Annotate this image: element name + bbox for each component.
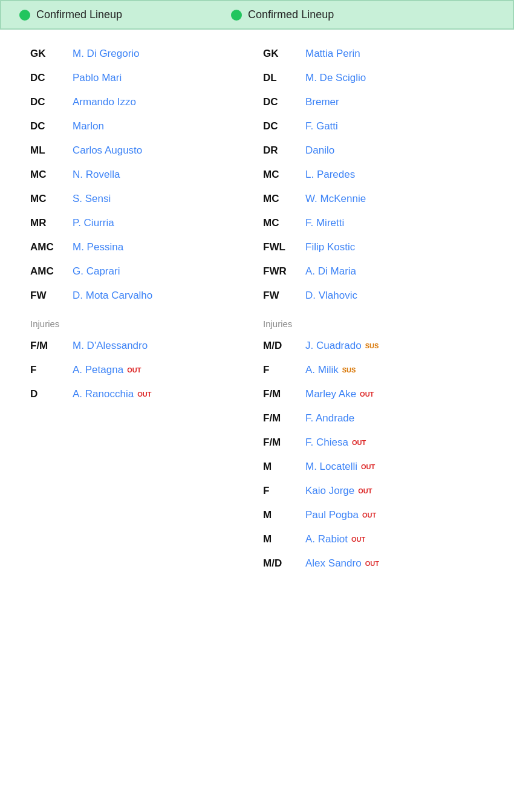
injury-player-name[interactable]: Paul Pogba [305,509,359,521]
player-position: DC [263,96,305,108]
player-name[interactable]: G. Caprari [73,265,120,278]
injury-position: F [30,364,73,376]
status-badge: out [137,391,151,398]
player-row: DCArmando Izzo [30,90,263,114]
player-position: FW [263,290,305,302]
injury-row: FKaio Jorgeout [263,479,496,503]
injury-position: M/D [263,557,305,570]
player-name[interactable]: Bremer [305,96,339,108]
player-name[interactable]: W. McKennie [305,193,366,205]
player-name[interactable]: Pablo Mari [73,72,122,84]
injury-row: DA. Ranocchiaout [30,382,263,406]
injury-position: F/M [263,412,305,424]
player-row: FWLFilip Kostic [263,235,496,259]
player-name[interactable]: L. Paredes [305,169,355,181]
player-position: DR [263,145,305,157]
injury-row: F/MM. D'Alessandro [30,334,263,358]
injury-player-name[interactable]: A. Petagna [73,364,123,376]
player-name[interactable]: P. Ciurria [73,217,114,229]
player-name[interactable]: D. Vlahovic [305,290,357,302]
player-row: DCPablo Mari [30,66,263,90]
player-position: FW [30,290,73,302]
team1-confirmed-lineup: Confirmed Lineup [19,8,122,21]
player-position: MC [263,217,305,229]
status-badge: out [361,463,375,470]
player-name[interactable]: A. Di Maria [305,265,356,278]
team2-status-dot [231,10,242,21]
injury-position: F [263,364,305,376]
player-position: DC [30,120,73,132]
status-badge: out [127,366,141,374]
player-name[interactable]: M. Di Gregorio [73,48,140,60]
injury-player-name[interactable]: A. Rabiot [305,533,348,545]
player-row: DCMarlon [30,114,263,138]
status-badge: out [362,512,376,519]
injury-player-name[interactable]: A. Milik [305,364,339,376]
player-row: MCS. Sensi [30,187,263,211]
player-name[interactable]: F. Gatti [305,120,338,132]
injury-row: FA. Miliksus [263,358,496,382]
player-position: MC [263,169,305,181]
player-row: DLM. De Sciglio [263,66,496,90]
player-row: AMCM. Pessina [30,235,263,259]
injury-row: M/DAlex Sandroout [263,551,496,576]
injury-player-name[interactable]: F. Chiesa [305,437,348,449]
player-position: AMC [30,265,73,278]
player-name[interactable]: Marlon [73,120,104,132]
player-row: MCW. McKennie [263,187,496,211]
injury-player-name[interactable]: F. Andrade [305,412,354,424]
player-position: DC [30,72,73,84]
player-position: DC [30,96,73,108]
player-row: MCN. Rovella [30,163,263,187]
player-row: DRDanilo [263,138,496,163]
status-badge: out [360,391,374,398]
player-name[interactable]: M. De Sciglio [305,72,366,84]
injury-player-name[interactable]: M. D'Alessandro [73,340,148,352]
injury-player-name[interactable]: A. Ranocchia [73,388,134,400]
injury-position: F/M [263,437,305,449]
team2-players: GKMattia PerinDLM. De SciglioDCBremerDCF… [263,42,496,308]
injury-row: F/MF. Andrade [263,406,496,430]
status-badge: out [351,536,365,543]
status-badge: out [352,439,366,446]
player-position: MR [30,217,73,229]
player-position: MC [263,193,305,205]
status-badge: out [358,487,372,495]
player-name[interactable]: N. Rovella [73,169,120,181]
team2-injuries-label: Injuries [263,319,496,329]
player-name[interactable]: D. Mota Carvalho [73,290,152,302]
player-name[interactable]: Danilo [305,145,334,157]
player-row: MRP. Ciurria [30,211,263,235]
player-row: DCBremer [263,90,496,114]
team1-injuries-label: Injuries [30,319,263,329]
injury-position: D [30,388,73,400]
player-name[interactable]: S. Sensi [73,193,111,205]
player-row: GKM. Di Gregorio [30,42,263,66]
player-name[interactable]: F. Miretti [305,217,344,229]
player-name[interactable]: Carlos Augusto [73,145,142,157]
injury-player-name[interactable]: Kaio Jorge [305,485,354,497]
injury-row: F/MF. Chiesaout [263,430,496,455]
player-row: MCL. Paredes [263,163,496,187]
injury-row: MPaul Pogbaout [263,503,496,527]
team1-status-dot [19,10,30,21]
injury-player-name[interactable]: Alex Sandro [305,557,362,570]
player-row: MCF. Miretti [263,211,496,235]
status-badge: sus [365,342,379,349]
player-name[interactable]: Mattia Perin [305,48,360,60]
injury-player-name[interactable]: Marley Ake [305,388,356,400]
injury-player-name[interactable]: J. Cuadrado [305,340,362,352]
team1-injuries: F/MM. D'AlessandroFA. PetagnaoutDA. Rano… [30,334,263,406]
player-name[interactable]: Filip Kostic [305,241,355,253]
player-position: ML [30,145,73,157]
team2-confirmed-lineup: Confirmed Lineup [231,8,334,21]
injury-position: M [263,461,305,473]
injury-player-name[interactable]: M. Locatelli [305,461,357,473]
player-name[interactable]: Armando Izzo [73,96,136,108]
injury-row: F/MMarley Akeout [263,382,496,406]
injury-row: M/DJ. Cuadradosus [263,334,496,358]
injury-position: F [263,485,305,497]
player-name[interactable]: M. Pessina [73,241,123,253]
injury-row: MA. Rabiotout [263,527,496,551]
header-bar: Confirmed Lineup Confirmed Lineup [0,0,514,30]
